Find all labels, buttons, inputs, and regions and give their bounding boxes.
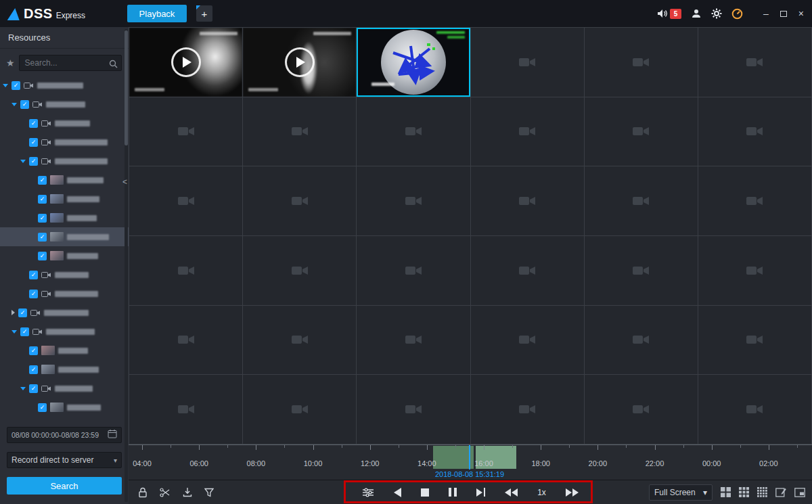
tree-scrollbar-thumb[interactable]: [125, 30, 128, 145]
tree-item[interactable]: ✓: [0, 379, 129, 398]
tree-item[interactable]: ✓: [0, 303, 129, 322]
video-tile[interactable]: [698, 375, 811, 444]
video-tile[interactable]: [357, 236, 470, 305]
video-tile[interactable]: [471, 28, 584, 97]
play-overlay-icon[interactable]: [285, 47, 315, 77]
video-tile[interactable]: [129, 236, 242, 305]
tab-playback[interactable]: Playback: [127, 5, 187, 22]
tree-item[interactable]: ✓: [0, 76, 129, 95]
calendar-icon[interactable]: [108, 429, 117, 441]
playback-settings-icon[interactable]: [362, 488, 374, 497]
clip-scissors-icon[interactable]: [160, 488, 171, 497]
tree-item[interactable]: ✓: [0, 208, 129, 227]
video-tile[interactable]: [698, 166, 811, 235]
tree-checkbox[interactable]: ✓: [20, 100, 29, 109]
tree-checkbox[interactable]: ✓: [38, 176, 47, 185]
tree-item[interactable]: ✓: [0, 284, 129, 303]
video-tile[interactable]: [471, 97, 584, 166]
tree-checkbox[interactable]: ✓: [38, 403, 47, 412]
video-tile[interactable]: [243, 97, 356, 166]
download-icon[interactable]: [183, 487, 192, 497]
expand-arrow-icon[interactable]: [12, 103, 17, 106]
tree-item[interactable]: ✓: [0, 341, 129, 360]
stop-button[interactable]: [421, 488, 429, 497]
minimize-icon[interactable]: –: [763, 9, 769, 18]
tree-checkbox[interactable]: ✓: [12, 81, 20, 90]
next-frame-button[interactable]: [476, 488, 485, 497]
video-tile[interactable]: [357, 306, 470, 375]
alarm-audio-group[interactable]: 5: [657, 9, 681, 19]
video-tile[interactable]: [243, 28, 356, 97]
settings-gear-icon[interactable]: [711, 8, 722, 19]
video-tile[interactable]: [471, 375, 584, 444]
expand-arrow-icon[interactable]: [12, 310, 15, 315]
tree-item[interactable]: ✓: [0, 246, 129, 265]
video-tile[interactable]: [471, 236, 584, 305]
video-tile[interactable]: [698, 236, 811, 305]
tree-item[interactable]: ✓: [0, 133, 129, 152]
video-tile[interactable]: [471, 306, 584, 375]
video-tile[interactable]: [129, 97, 242, 166]
tree-checkbox[interactable]: ✓: [29, 346, 38, 355]
add-tab-button[interactable]: +: [196, 5, 212, 22]
favorites-star-icon[interactable]: ★: [6, 58, 15, 68]
grid-4x4-layout-icon[interactable]: [757, 487, 767, 497]
video-tile[interactable]: [129, 166, 242, 235]
video-tile[interactable]: [471, 166, 584, 235]
network-gauge-icon[interactable]: [731, 8, 743, 20]
video-tile[interactable]: [129, 306, 242, 375]
expand-arrow-icon[interactable]: [20, 160, 26, 163]
tree-checkbox[interactable]: ✓: [29, 138, 38, 147]
video-tile[interactable]: [698, 28, 811, 97]
video-tile[interactable]: [243, 375, 356, 444]
tree-checkbox[interactable]: ✓: [38, 195, 47, 204]
video-tile[interactable]: [243, 236, 356, 305]
video-tile[interactable]: [243, 166, 356, 235]
collapse-sidebar-handle[interactable]: <: [122, 177, 127, 187]
video-tile[interactable]: [357, 28, 470, 97]
expand-arrow-icon[interactable]: [3, 84, 8, 87]
speed-up-button[interactable]: [566, 488, 579, 497]
tree-item[interactable]: ✓: [0, 227, 129, 246]
search-input[interactable]: Search...: [19, 55, 122, 71]
tree-checkbox[interactable]: ✓: [29, 271, 38, 279]
tree-checkbox[interactable]: ✓: [38, 233, 47, 242]
video-tile[interactable]: [585, 306, 698, 375]
tree-item[interactable]: ✓: [0, 398, 129, 417]
user-icon[interactable]: [691, 8, 702, 19]
expand-arrow-icon[interactable]: [12, 330, 17, 334]
expand-arrow-icon[interactable]: [20, 387, 26, 390]
maximize-icon[interactable]: [780, 11, 787, 17]
video-tile[interactable]: [129, 375, 242, 444]
close-icon[interactable]: ×: [798, 9, 804, 18]
tree-item[interactable]: ✓: [0, 189, 129, 208]
tree-item[interactable]: ✓: [0, 95, 129, 114]
tree-checkbox[interactable]: ✓: [18, 308, 27, 317]
tree-checkbox[interactable]: ✓: [29, 290, 38, 298]
tree-item[interactable]: ✓: [0, 152, 129, 170]
tree-item[interactable]: ✓: [0, 265, 129, 284]
video-tile[interactable]: [357, 375, 470, 444]
tree-checkbox[interactable]: ✓: [29, 119, 38, 128]
grid-2x2-layout-icon[interactable]: [721, 487, 731, 497]
lock-icon[interactable]: [138, 487, 148, 498]
record-type-select[interactable]: Record direct to server ▾: [7, 452, 122, 468]
speaker-icon[interactable]: [657, 9, 668, 18]
video-tile[interactable]: [698, 306, 811, 375]
tree-checkbox[interactable]: ✓: [38, 252, 47, 260]
fullscreen-toggle-icon[interactable]: [794, 488, 805, 497]
video-tile[interactable]: [585, 375, 698, 444]
tree-checkbox[interactable]: ✓: [29, 157, 38, 166]
video-tile[interactable]: [243, 306, 356, 375]
tree-item[interactable]: ✓: [0, 170, 129, 189]
search-button[interactable]: Search: [7, 477, 122, 495]
pause-button[interactable]: [449, 488, 457, 497]
tree-checkbox[interactable]: ✓: [20, 327, 29, 336]
speed-down-button[interactable]: [505, 488, 518, 497]
tree-checkbox[interactable]: ✓: [29, 384, 38, 393]
tree-scrollbar[interactable]: [125, 29, 128, 502]
edit-layout-icon[interactable]: [775, 487, 786, 497]
tree-item[interactable]: ✓: [0, 114, 129, 133]
video-tile[interactable]: [698, 97, 811, 166]
grid-3x3-layout-icon[interactable]: [739, 487, 749, 497]
